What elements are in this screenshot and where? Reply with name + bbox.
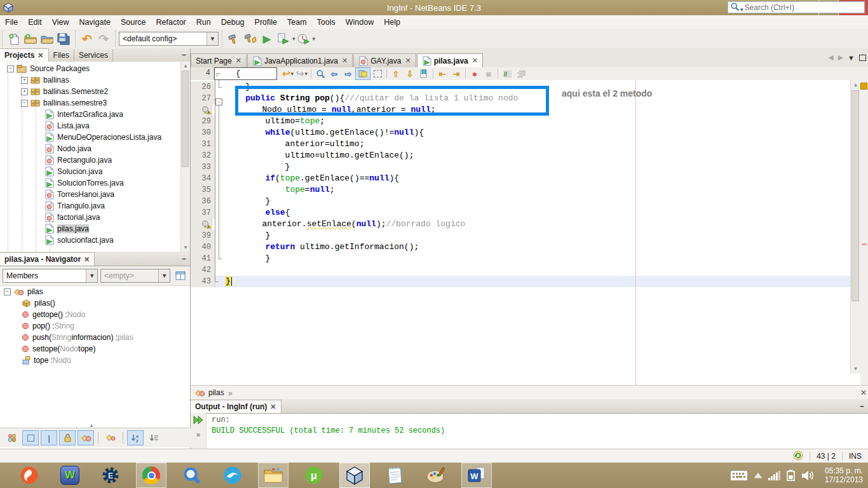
menu-navigate[interactable]: Navigate: [74, 18, 116, 27]
inherited-view-button[interactable]: [173, 268, 187, 283]
record-macro-button[interactable]: ●: [468, 68, 482, 79]
filter-state-toggle[interactable]: [102, 430, 119, 445]
fold-collapse-icon[interactable]: -: [215, 98, 222, 105]
show-inherited-toggle[interactable]: [4, 430, 20, 445]
clean-build-button[interactable]: [242, 31, 259, 46]
highlight-occurrences-button[interactable]: [355, 67, 370, 80]
menu-tools[interactable]: Tools: [312, 18, 341, 27]
line-number[interactable]: 34: [191, 173, 215, 184]
menu-team[interactable]: Team: [282, 18, 312, 27]
code-line-43[interactable]: 43}: [191, 276, 868, 287]
config-combo[interactable]: <default config>▼: [119, 32, 219, 46]
navigator-member[interactable]: −pilas: [0, 286, 190, 297]
output-tab[interactable]: Output - IngInf (run)✕: [191, 400, 281, 413]
code-line-38[interactable]: anterior.setEnlace(null);//borrado logic…: [191, 219, 868, 230]
editor-scrollbar[interactable]: ▲ ▼: [850, 80, 860, 374]
navigator-member[interactable]: gettope() : Nodo: [0, 309, 190, 320]
build-button[interactable]: [226, 31, 242, 46]
new-project-button[interactable]: [22, 31, 39, 46]
search-icon[interactable]: ▾: [730, 2, 743, 13]
tree-item[interactable]: solucionfact.java: [0, 234, 190, 246]
panel-tab-files[interactable]: Files: [49, 49, 74, 62]
menu-run[interactable]: Run: [191, 18, 216, 27]
line-number[interactable]: 27: [191, 93, 215, 104]
scroll-tabs-right-icon[interactable]: ▶: [838, 53, 843, 62]
close-icon[interactable]: ✕: [270, 403, 276, 411]
sort-by-source-toggle[interactable]: [146, 430, 162, 445]
code-line-41[interactable]: 41 }: [191, 253, 868, 264]
tree-item[interactable]: TorresHanoi.java: [0, 189, 190, 200]
expand-icon[interactable]: +: [21, 88, 28, 95]
code-line-39[interactable]: 39 }: [191, 230, 868, 241]
menu-refactor[interactable]: Refactor: [151, 18, 191, 27]
line-number[interactable]: 26: [191, 81, 215, 93]
comment-button[interactable]: //: [500, 68, 514, 79]
line-number[interactable]: 35: [191, 184, 215, 196]
close-icon[interactable]: ✕: [84, 255, 90, 264]
debug-button[interactable]: [275, 31, 292, 46]
menu-debug[interactable]: Debug: [216, 18, 250, 27]
navigator-member[interactable]: pop() : String: [0, 320, 190, 332]
collapse-icon[interactable]: −: [7, 65, 14, 72]
tree-item[interactable]: Lista.java: [0, 120, 190, 132]
projects-minimize-button[interactable]: –: [182, 50, 186, 59]
code-line-40[interactable]: 40 return ultimo.getInformacion();: [191, 241, 868, 253]
code-line-37[interactable]: 37 else{: [191, 207, 868, 219]
taskbar-search-app-icon[interactable]: [177, 463, 207, 488]
taskbar-paint-icon[interactable]: [421, 463, 451, 488]
forward-button[interactable]: ↪▾: [295, 68, 309, 79]
menu-file[interactable]: File: [0, 18, 23, 27]
close-icon[interactable]: ✕: [860, 388, 867, 397]
taskbar-word-icon[interactable]: W: [461, 463, 492, 488]
line-number[interactable]: 40: [191, 241, 215, 253]
find-button[interactable]: [313, 68, 327, 79]
navigator-member[interactable]: settope(Nodo tope): [0, 343, 190, 355]
taskbar-clock[interactable]: 05:35 p. m. 17/12/2013: [821, 466, 863, 484]
code-line-42[interactable]: 42: [191, 264, 868, 276]
line-number[interactable]: 41: [191, 253, 215, 264]
quick-search-box[interactable]: ▾: [728, 1, 865, 13]
line-number[interactable]: 30: [191, 127, 215, 139]
tree-item[interactable]: Solucion.java: [0, 166, 190, 177]
line-number[interactable]: 36: [191, 196, 215, 207]
stop-macro-button[interactable]: ■: [482, 68, 496, 79]
show-non-public-toggle[interactable]: [59, 430, 76, 445]
navigator-member[interactable]: tope : Nodo: [0, 355, 190, 366]
close-icon[interactable]: ✕: [472, 57, 478, 65]
code-line-32[interactable]: 32 ultimo=ultimo.getEnlace();: [191, 150, 868, 161]
tree-item[interactable]: InterfazGrafica.java: [0, 109, 190, 120]
line-number[interactable]: 33: [191, 161, 215, 173]
taskbar-origin-icon[interactable]: [14, 463, 44, 488]
editor-tab-start-page[interactable]: Start Page✕: [191, 53, 247, 67]
taskbar-notepad-icon[interactable]: [380, 463, 410, 488]
panel-tab-services[interactable]: Services: [74, 49, 113, 62]
tree-item[interactable]: Rectangulo.java: [0, 154, 190, 166]
code-line-31[interactable]: 31 anterior=ultimo;: [191, 139, 868, 150]
shift-right-button[interactable]: ⇥: [449, 68, 463, 79]
code-line-29[interactable]: 29 ultimo=tope;: [191, 116, 868, 127]
line-number[interactable]: 29: [191, 116, 215, 127]
profile-button[interactable]: [295, 31, 312, 46]
scroll-up-arrow[interactable]: ▲: [851, 82, 860, 88]
search-input[interactable]: [743, 3, 862, 13]
rect-selection-button[interactable]: [370, 68, 384, 79]
editor-tab-gay-java[interactable]: GAY.java✕: [353, 53, 416, 67]
scroll-down-arrow[interactable]: ▼: [851, 366, 860, 372]
output-options-button[interactable]: »: [196, 430, 201, 439]
shift-left-button[interactable]: ⇤: [435, 68, 449, 79]
collapse-icon[interactable]: −: [21, 100, 28, 107]
taskbar-blue-swirl-app-icon[interactable]: [217, 463, 248, 488]
uncomment-button[interactable]: [514, 68, 528, 79]
maximize-editor-icon[interactable]: [859, 55, 866, 61]
scroll-tabs-left-icon[interactable]: ◀: [828, 53, 833, 62]
rerun-button[interactable]: [193, 416, 203, 426]
code-viewport[interactable]: - 26 }27 public String pop(){///quitar d…: [191, 80, 868, 385]
menu-edit[interactable]: Edit: [23, 18, 47, 27]
show-static-toggle[interactable]: |: [41, 430, 57, 445]
show-fields-toggle[interactable]: [22, 430, 39, 445]
toggle-bookmark-button[interactable]: [417, 68, 431, 79]
code-line-34[interactable]: 34 if(tope.getEnlace()==null){: [191, 173, 868, 184]
back-button[interactable]: ↩▾: [281, 68, 295, 79]
line-number[interactable]: 37: [191, 207, 215, 219]
warning-icon[interactable]: [191, 219, 212, 230]
